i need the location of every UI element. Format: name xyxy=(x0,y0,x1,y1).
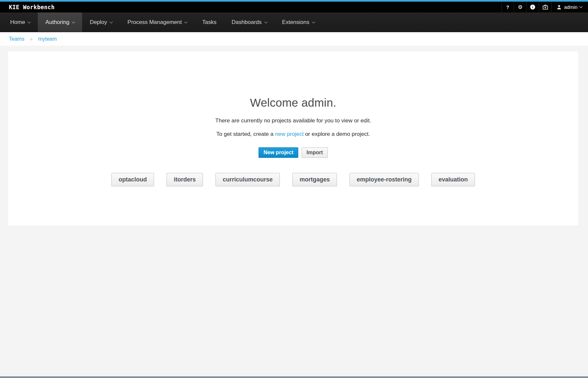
breadcrumb-item-teams[interactable]: Teams xyxy=(9,36,24,42)
demo-project-optacloud-button[interactable]: optacloud xyxy=(111,173,154,186)
app-logo: KIE Workbench xyxy=(0,2,55,12)
get-started-suffix: or explore a demo project. xyxy=(304,131,370,137)
nav-label: Tasks xyxy=(202,19,216,26)
chevron-down-icon xyxy=(72,20,75,23)
user-name: admin xyxy=(564,4,577,10)
help-button[interactable]: ? xyxy=(501,2,514,12)
nav-label: Home xyxy=(10,19,25,26)
chevron-down-icon xyxy=(312,20,315,23)
demo-project-employee-rostering-button[interactable]: employee-rostering xyxy=(350,173,419,186)
breadcrumb: Teams » myteam xyxy=(0,32,588,46)
main-navbar: Home Authoring Deploy Process Management… xyxy=(0,12,588,32)
nav-label: Extensions xyxy=(282,19,309,26)
chevron-down-icon xyxy=(28,20,31,23)
breadcrumb-separator: » xyxy=(30,36,33,42)
new-project-link[interactable]: new project xyxy=(275,131,304,137)
demo-project-itorders-button[interactable]: itorders xyxy=(167,173,203,186)
demo-project-mortgages-button[interactable]: mortgages xyxy=(292,173,337,186)
user-menu[interactable]: admin xyxy=(551,2,588,12)
import-button[interactable]: Import xyxy=(302,147,328,158)
get-started-prefix: To get started, create a xyxy=(216,131,275,137)
help-icon: ? xyxy=(506,5,509,10)
chevron-down-icon xyxy=(264,20,267,23)
nav-item-extensions[interactable]: Extensions xyxy=(275,12,322,32)
chevron-down-icon xyxy=(110,20,113,23)
bottom-status-bar xyxy=(0,376,588,378)
breadcrumb-item-myteam[interactable]: myteam xyxy=(38,36,57,42)
about-button[interactable]: i xyxy=(526,2,539,12)
demo-project-evaluation-button[interactable]: evaluation xyxy=(431,173,475,186)
nav-label: Authoring xyxy=(45,19,69,26)
masthead-utilities: ? ⚙ i admin xyxy=(501,2,588,12)
demo-project-curriculumcourse-button[interactable]: curriculumcourse xyxy=(215,173,280,186)
nav-label: Process Management xyxy=(127,19,182,26)
get-started-message: To get started, create a new project or … xyxy=(8,131,578,137)
settings-button[interactable]: ⚙ xyxy=(514,2,526,12)
welcome-title: Welcome admin. xyxy=(8,52,578,109)
nav-label: Dashboards xyxy=(232,19,262,26)
briefcase-plus-icon xyxy=(543,5,548,10)
nav-item-deploy[interactable]: Deploy xyxy=(82,12,120,32)
apps-button[interactable] xyxy=(539,2,551,12)
no-projects-message: There are currently no projects availabl… xyxy=(8,117,578,124)
nav-label: Deploy xyxy=(90,19,107,26)
action-buttons: New project Import xyxy=(8,147,578,158)
nav-item-process-management[interactable]: Process Management xyxy=(120,12,194,32)
masthead: KIE Workbench ? ⚙ i admin xyxy=(0,2,588,12)
nav-item-tasks[interactable]: Tasks xyxy=(194,12,224,32)
new-project-button[interactable]: New project xyxy=(259,147,298,158)
nav-item-home[interactable]: Home xyxy=(3,12,38,32)
empty-library-card: Welcome admin. There are currently no pr… xyxy=(8,52,578,225)
gear-icon: ⚙ xyxy=(518,5,522,10)
info-icon: i xyxy=(530,5,535,10)
demo-projects-row: optacloud itorders curriculumcourse mort… xyxy=(8,173,578,186)
content-area: Welcome admin. There are currently no pr… xyxy=(0,46,588,225)
user-icon xyxy=(556,5,562,10)
nav-item-dashboards[interactable]: Dashboards xyxy=(224,12,275,32)
chevron-down-icon xyxy=(184,20,188,23)
chevron-down-icon xyxy=(579,5,583,8)
nav-item-authoring[interactable]: Authoring xyxy=(38,12,82,32)
